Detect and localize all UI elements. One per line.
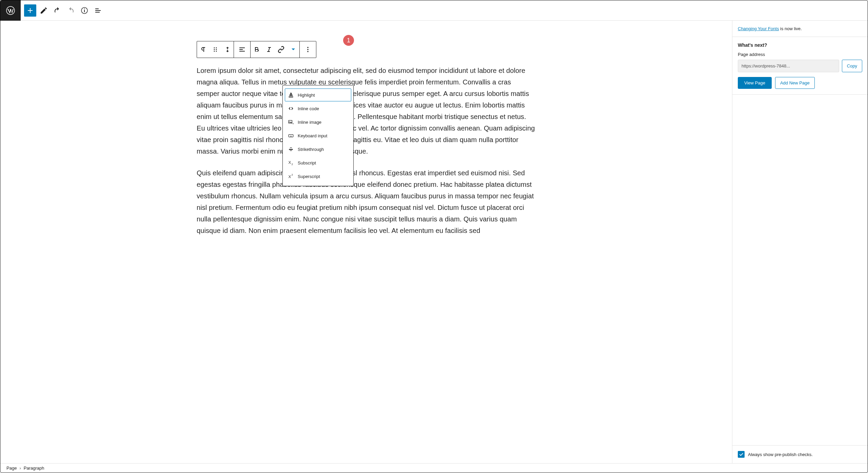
svg-point-11 — [307, 49, 309, 50]
svg-point-5 — [216, 47, 217, 48]
page-address-label: Page address — [738, 52, 862, 57]
editor-canvas[interactable]: 1 — [0, 21, 732, 463]
dropdown-item-strikethrough[interactable]: Strikethrough — [283, 142, 353, 156]
svg-point-8 — [214, 51, 215, 52]
svg-point-9 — [216, 51, 217, 52]
svg-text:A: A — [290, 92, 293, 97]
dropdown-label: Inline image — [298, 120, 321, 125]
bold-button[interactable] — [251, 41, 263, 58]
live-notice: Changing Your Fonts is now live. — [738, 26, 802, 31]
breadcrumb-item[interactable]: Page — [6, 466, 17, 471]
view-page-button[interactable]: View Page — [738, 77, 772, 89]
page-title-link[interactable]: Changing Your Fonts — [738, 26, 779, 31]
sidebar-footer: Always show pre-publish checks. — [732, 445, 868, 463]
breadcrumb-item[interactable]: Paragraph — [24, 466, 44, 471]
edit-mode-button[interactable] — [38, 4, 50, 17]
keyboard-icon — [287, 132, 295, 140]
chevron-right-icon: › — [19, 466, 21, 471]
dropdown-label: Subscript — [298, 160, 316, 165]
code-icon — [287, 104, 295, 113]
outline-button[interactable] — [92, 4, 104, 17]
undo-button[interactable] — [51, 4, 63, 17]
add-new-page-button[interactable]: Add New Page — [775, 77, 815, 89]
svg-rect-2 — [84, 10, 85, 12]
dropdown-label: Inline code — [298, 106, 319, 111]
dropdown-item-highlight[interactable]: A Highlight — [283, 88, 353, 102]
prepublish-checkbox[interactable] — [738, 451, 745, 458]
annotation-badge: 1 — [343, 35, 354, 46]
move-updown-button[interactable] — [221, 41, 234, 58]
copy-button[interactable]: Copy — [842, 60, 862, 72]
svg-point-6 — [214, 49, 215, 50]
dropdown-label: Strikethrough — [298, 147, 324, 152]
dropdown-item-subscript[interactable]: X2 Subscript — [283, 156, 353, 170]
superscript-icon: X2 — [287, 172, 295, 180]
svg-rect-16 — [290, 136, 292, 136]
svg-point-10 — [307, 47, 309, 48]
svg-point-4 — [214, 47, 215, 48]
dropdown-item-keyboard[interactable]: Keyboard input — [283, 129, 353, 142]
dropdown-label: Keyboard input — [298, 133, 327, 138]
publish-sidebar: Changing Your Fonts is now live. What's … — [732, 21, 868, 463]
top-toolbar — [0, 0, 868, 21]
breadcrumb: Page › Paragraph — [0, 463, 868, 473]
svg-rect-15 — [289, 135, 293, 137]
app-root: 1 — [0, 0, 868, 473]
dropdown-item-inline-image[interactable]: Inline image — [283, 115, 353, 129]
paragraph-block[interactable]: Lorem ipsum dolor sit amet, consectetur … — [197, 65, 536, 157]
dropdown-item-superscript[interactable]: X2 Superscript — [283, 170, 353, 183]
svg-text:2: 2 — [292, 173, 293, 176]
subscript-icon: X2 — [287, 159, 295, 167]
link-button[interactable] — [275, 41, 287, 58]
add-block-button[interactable] — [24, 4, 36, 17]
svg-point-7 — [216, 49, 217, 50]
more-formats-dropdown-button[interactable] — [287, 41, 299, 58]
image-icon — [287, 118, 295, 126]
redo-button[interactable] — [65, 4, 77, 17]
prepublish-label: Always show pre-publish checks. — [748, 452, 813, 457]
italic-button[interactable] — [263, 41, 275, 58]
dropdown-item-inline-code[interactable]: Inline code — [283, 102, 353, 115]
dropdown-label: Highlight — [298, 93, 315, 98]
wordpress-logo[interactable] — [0, 0, 21, 21]
page-address-input[interactable] — [738, 60, 839, 72]
svg-text:X: X — [289, 160, 291, 164]
align-button[interactable] — [234, 41, 250, 58]
svg-text:X: X — [289, 174, 291, 179]
strikethrough-icon — [287, 145, 295, 153]
info-button[interactable] — [78, 4, 91, 17]
more-formats-dropdown: A Highlight Inline code Inline image Key… — [282, 85, 354, 186]
main-area: 1 — [0, 21, 868, 463]
svg-point-12 — [307, 51, 309, 52]
whats-next-heading: What's next? — [738, 42, 862, 48]
highlight-icon: A — [287, 91, 295, 99]
svg-rect-3 — [84, 8, 85, 9]
paragraph-block[interactable]: Quis eleifend quam adipiscing vitae proi… — [197, 167, 536, 236]
drag-handle[interactable] — [209, 41, 221, 58]
svg-text:2: 2 — [292, 163, 293, 166]
paragraph-block-button[interactable] — [197, 41, 209, 58]
more-options-button[interactable] — [300, 41, 316, 58]
block-toolbar — [197, 41, 316, 58]
dropdown-label: Superscript — [298, 174, 320, 179]
